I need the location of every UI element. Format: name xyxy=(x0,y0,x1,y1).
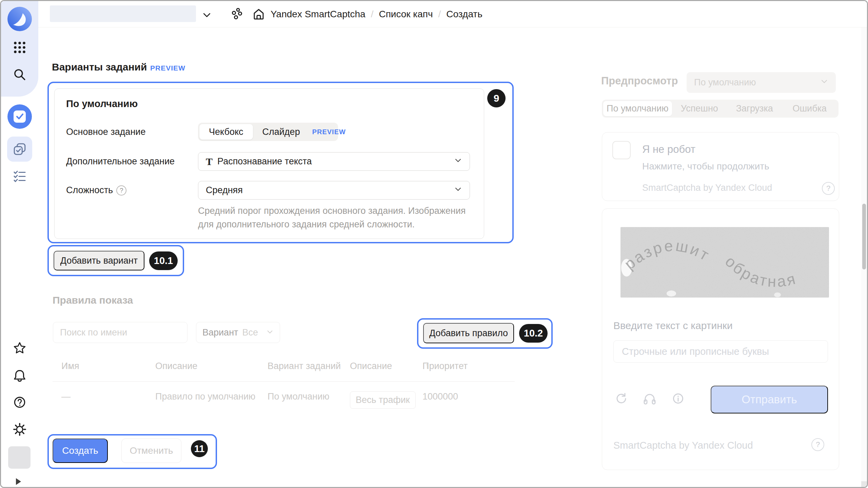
preview-badge: PREVIEW xyxy=(150,64,185,72)
chevron-down-icon[interactable] xyxy=(202,10,212,21)
audio-captcha-icon[interactable] xyxy=(643,392,656,405)
sidebar xyxy=(1,1,38,487)
main-task-segmented-control: Чекбокс Слайдер PREVIEW xyxy=(198,123,338,141)
info-icon[interactable] xyxy=(671,392,685,405)
search-icon xyxy=(13,67,27,82)
variant-card: По умолчанию Основное задание Чекбокс Сл… xyxy=(54,88,484,239)
chevron-down-icon xyxy=(266,327,274,338)
star-icon xyxy=(13,341,27,355)
refresh-icon[interactable] xyxy=(614,392,628,405)
captcha-input-label: Введите текст с картинки xyxy=(613,320,733,331)
column-header-variant: Вариант заданий xyxy=(268,361,341,371)
scrollbar-track xyxy=(861,1,867,487)
captcha-submit-button[interactable]: Отправить xyxy=(711,386,828,413)
yandex-cloud-logo[interactable] xyxy=(1,6,38,32)
table-row: — Правило по умолчанию По умолчанию Весь… xyxy=(53,391,515,408)
add-variant-button[interactable]: Добавить вариант xyxy=(54,251,144,270)
scrollbar-thumb[interactable] xyxy=(862,204,866,269)
scrollbar-corner xyxy=(861,481,867,487)
column-header-description: Описание xyxy=(155,361,197,371)
sidebar-item-tasks[interactable] xyxy=(1,170,38,183)
robot-subtitle: Нажмите, чтобы продолжить xyxy=(642,161,769,172)
variant-card-title: По умолчанию xyxy=(66,98,138,109)
chevron-down-icon xyxy=(454,156,462,167)
column-header-description-2: Описание xyxy=(350,361,392,371)
complexity-label: Сложность ? xyxy=(66,181,126,200)
breadcrumb-service[interactable]: Yandex SmartCaptcha xyxy=(271,9,366,20)
captcha-text-input[interactable] xyxy=(614,341,828,362)
preview-state-select[interactable]: По умолчанию xyxy=(687,72,836,93)
segment-slider[interactable]: Слайдер xyxy=(253,124,310,140)
captcha-toolbar xyxy=(614,392,685,405)
brand-label: SmartCaptcha by Yandex Cloud xyxy=(613,440,753,451)
main-task-label: Основное задание xyxy=(66,123,145,141)
sidebar-item-settings[interactable] xyxy=(1,422,38,436)
smartcaptcha-service-icon xyxy=(7,104,32,129)
checklist-icon xyxy=(13,170,26,183)
rules-search xyxy=(53,322,188,343)
sidebar-item-all-services[interactable] xyxy=(1,41,38,54)
robot-checkbox[interactable] xyxy=(612,141,631,159)
create-button[interactable]: Создать xyxy=(53,439,108,463)
home-icon[interactable] xyxy=(252,7,265,22)
avatar xyxy=(8,446,31,469)
expand-sidebar-icon[interactable] xyxy=(16,478,21,485)
sidebar-item-notifications[interactable] xyxy=(1,368,38,383)
breadcrumb-current: Создать xyxy=(446,9,482,20)
complexity-help-icon[interactable]: ? xyxy=(116,185,126,196)
robot-title: Я не робот xyxy=(642,143,695,156)
smartcaptcha-create-page: Yandex SmartCaptcha / Список капч / Созд… xyxy=(0,0,868,488)
segment-preview-badge: PREVIEW xyxy=(312,128,346,136)
annotation-badge-10-1: 10.1 xyxy=(149,251,178,270)
breadcrumb-separator: / xyxy=(438,9,441,20)
sidebar-item-captcha-list[interactable] xyxy=(1,137,38,162)
services-icon[interactable] xyxy=(231,7,244,22)
sidebar-item-search[interactable] xyxy=(1,67,38,82)
yandex-cloud-logo-icon xyxy=(7,6,32,32)
breadcrumb-separator: / xyxy=(371,9,374,20)
captcha-image-widget: разрешит обратная Введите текст с картин… xyxy=(602,208,839,470)
cell-variant: По умолчанию xyxy=(268,391,330,402)
segment-checkbox[interactable]: Чекбокс xyxy=(199,124,253,140)
add-rule-button[interactable]: Добавить правило xyxy=(423,323,514,343)
breadcrumb-captcha-list[interactable]: Список капч xyxy=(379,9,433,20)
sidebar-item-smartcaptcha[interactable] xyxy=(1,104,38,129)
tab-default[interactable]: По умолчанию xyxy=(603,101,672,116)
cell-priority: 1000000 xyxy=(422,391,458,402)
table-divider xyxy=(53,381,515,382)
annotation-badge-10-2: 10.2 xyxy=(519,324,548,343)
tab-loading[interactable]: Загрузка xyxy=(727,101,782,116)
sort-icon: ↑↓ xyxy=(64,361,72,370)
cell-description: Правило по умолчанию xyxy=(155,391,255,402)
help-icon[interactable]: ? xyxy=(822,182,835,195)
annotation-badge-11: 11 xyxy=(191,440,208,457)
sort-up-icon: ↑ xyxy=(425,361,429,370)
pages-check-icon xyxy=(13,142,27,156)
complexity-hint: Средний порог прохождения основного зада… xyxy=(198,204,469,231)
chevron-down-icon xyxy=(820,77,828,88)
additional-task-select[interactable]: T Распознавание текста xyxy=(198,152,470,171)
breadcrumb: Yandex SmartCaptcha / Список капч / Созд… xyxy=(271,1,482,27)
preview-heading: Предпросмотр xyxy=(601,75,678,87)
variant-filter-select[interactable]: Вариант Все xyxy=(196,322,280,343)
sidebar-item-favorites[interactable] xyxy=(1,341,38,355)
variant-filter-value: Все xyxy=(242,327,262,338)
preview-tabs: По умолчанию Успешно Загрузка Ошибка xyxy=(602,100,839,118)
variant-filter-label: Вариант xyxy=(202,327,238,338)
captcha-input-box xyxy=(613,340,828,363)
tab-error[interactable]: Ошибка xyxy=(782,101,837,116)
cancel-button[interactable]: Отменить xyxy=(121,439,181,463)
sidebar-item-help[interactable] xyxy=(1,395,38,409)
folder-selector[interactable] xyxy=(50,5,196,22)
complexity-select[interactable]: Средняя xyxy=(198,181,470,200)
gear-icon xyxy=(13,422,27,436)
grid-icon xyxy=(13,41,26,54)
chevron-down-icon xyxy=(454,185,462,196)
text-recognition-icon: T xyxy=(206,156,213,167)
cell-name: — xyxy=(61,391,71,402)
complexity-value: Средняя xyxy=(206,185,454,196)
additional-task-value: Распознавание текста xyxy=(217,156,454,167)
tab-success[interactable]: Успешно xyxy=(672,101,727,116)
help-icon[interactable]: ? xyxy=(811,438,824,451)
search-input[interactable] xyxy=(53,322,187,343)
